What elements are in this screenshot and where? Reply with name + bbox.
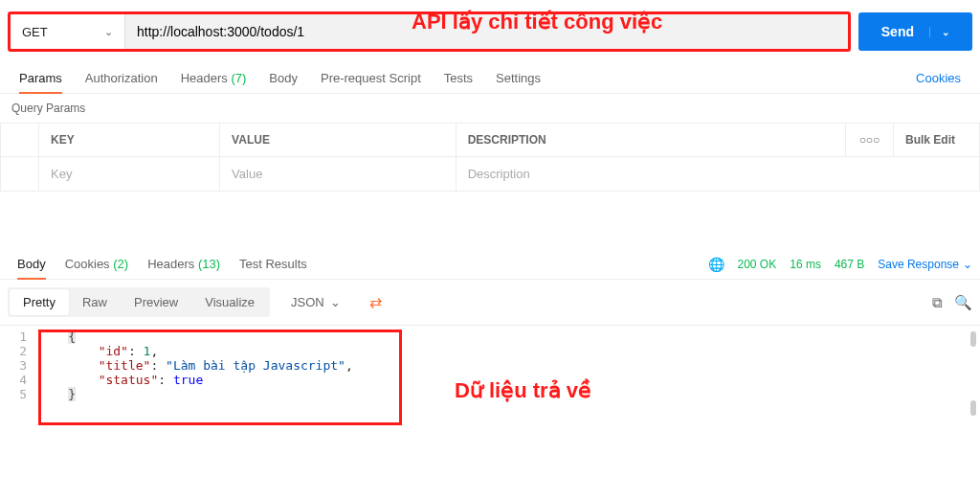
resp-tab-body[interactable]: Body (8, 249, 56, 279)
http-method-value: GET (22, 25, 48, 39)
resp-cookies-label: Cookies (65, 257, 110, 271)
chevron-down-icon: ⌄ (104, 26, 113, 38)
description-input[interactable]: Description (456, 157, 979, 192)
resp-tab-headers[interactable]: Headers (13) (138, 249, 230, 279)
tab-body[interactable]: Body (257, 63, 309, 93)
chevron-down-icon: ⌄ (963, 258, 972, 271)
response-tabs: Body Cookies (2) Headers (13) Test Resul… (0, 249, 980, 280)
tab-headers-label: Headers (181, 71, 228, 85)
cookies-link[interactable]: Cookies (904, 63, 972, 93)
tab-authorization[interactable]: Authorization (74, 63, 169, 93)
json-key-id: "id" (99, 344, 128, 358)
view-mode-tabs: Pretty Raw Preview Visualize (8, 287, 270, 317)
search-icon[interactable]: 🔍 (954, 294, 972, 311)
json-val-title: "Làm bài tập Javascript" (166, 358, 345, 373)
query-params-heading: Query Params (0, 94, 980, 123)
col-value: VALUE (220, 124, 457, 157)
method-url-group: GET ⌄ (8, 11, 851, 52)
status-time: 16 ms (790, 258, 821, 271)
save-response-label: Save Response (878, 258, 959, 271)
value-input[interactable]: Value (220, 157, 457, 192)
response-view-bar: Pretty Raw Preview Visualize JSON ⌄ ⇄ ⧉ … (0, 280, 980, 326)
url-input[interactable] (125, 14, 848, 49)
resp-headers-count: (13) (198, 257, 220, 271)
send-label: Send (881, 24, 914, 39)
key-input[interactable]: Key (39, 157, 220, 192)
response-status-bar: 🌐 200 OK 16 ms 467 B Save Response ⌄ (708, 257, 972, 272)
tab-headers[interactable]: Headers (7) (169, 63, 258, 93)
copy-icon[interactable]: ⧉ (932, 294, 943, 311)
status-size: 467 B (835, 258, 864, 271)
chevron-down-icon: ⌄ (330, 295, 341, 309)
view-raw[interactable]: Raw (69, 289, 121, 315)
format-select[interactable]: JSON ⌄ (281, 289, 350, 315)
resp-cookies-count: (2) (113, 257, 128, 271)
view-visualize[interactable]: Visualize (191, 289, 268, 315)
col-description: DESCRIPTION (456, 124, 845, 157)
tab-settings[interactable]: Settings (484, 63, 552, 93)
format-value: JSON (291, 295, 324, 309)
col-key: KEY (39, 124, 220, 157)
bulk-edit-link[interactable]: Bulk Edit (894, 124, 980, 157)
query-params-table: KEY VALUE DESCRIPTION ○○○ Bulk Edit Key … (0, 123, 980, 192)
response-body: 1 { 2 "id": 1, 3 "title": "Làm bài tập J… (0, 326, 980, 405)
tab-tests[interactable]: Tests (433, 63, 484, 93)
resp-tab-test-results[interactable]: Test Results (230, 249, 317, 279)
json-val-status: true (173, 373, 203, 387)
globe-icon[interactable]: 🌐 (708, 257, 724, 272)
resp-headers-label: Headers (147, 257, 194, 271)
row-checkbox[interactable] (1, 157, 39, 192)
json-key-status: "status" (99, 373, 159, 387)
request-bar: GET ⌄ Send ⌄ (0, 0, 980, 63)
scroll-indicator (970, 400, 976, 416)
resp-tab-cookies[interactable]: Cookies (2) (56, 249, 138, 279)
view-pretty[interactable]: Pretty (10, 289, 69, 315)
more-icon[interactable]: ○○○ (846, 124, 894, 157)
headers-count: (7) (231, 71, 246, 85)
wrap-lines-icon[interactable]: ⇄ (362, 289, 390, 315)
view-preview[interactable]: Preview (121, 289, 191, 315)
table-row: Key Value Description (1, 157, 980, 192)
request-tabs: Params Authorization Headers (7) Body Pr… (0, 63, 980, 94)
scroll-indicator (970, 331, 976, 347)
status-code: 200 OK (738, 258, 777, 271)
send-button[interactable]: Send ⌄ (858, 12, 972, 51)
save-response-link[interactable]: Save Response ⌄ (878, 258, 972, 271)
http-method-select[interactable]: GET ⌄ (11, 14, 125, 49)
chevron-down-icon[interactable]: ⌄ (929, 27, 949, 37)
tab-params[interactable]: Params (8, 63, 74, 93)
json-key-title: "title" (99, 358, 151, 373)
tab-prerequest[interactable]: Pre-request Script (309, 63, 433, 93)
col-checkbox (1, 124, 39, 157)
